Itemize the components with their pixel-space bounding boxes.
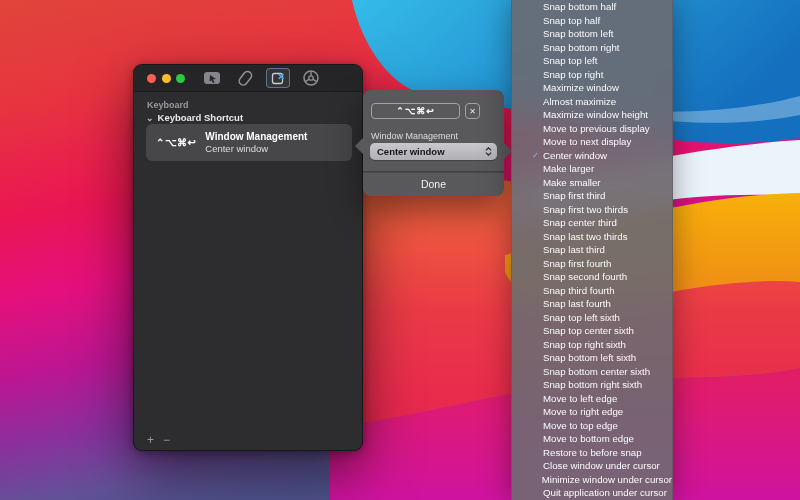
trackpad-tab-icon[interactable] — [200, 68, 224, 88]
menu-item-label: Snap bottom right — [543, 42, 619, 53]
menu-item-label: Snap top center sixth — [543, 325, 634, 336]
menu-item[interactable]: ✓Center window — [512, 149, 672, 163]
menu-item[interactable]: Move to top edge — [512, 419, 672, 433]
menu-item[interactable]: Make smaller — [512, 176, 672, 190]
menu-item-label: Restore to before snap — [543, 447, 642, 458]
menu-item-label: Snap top right — [543, 69, 603, 80]
menu-item-label: Move to right edge — [543, 406, 623, 417]
menu-item-label: Snap top left — [543, 55, 597, 66]
menu-item-label: Snap center third — [543, 217, 617, 228]
menu-item-label: Snap last fourth — [543, 298, 611, 309]
toolbar — [200, 65, 323, 91]
action-select[interactable]: Center window — [370, 143, 497, 160]
shortcut-row-texts: Window Management Center window — [205, 131, 307, 154]
controller-wheel-icon[interactable] — [299, 68, 323, 88]
remove-shortcut-button[interactable]: − — [163, 435, 170, 445]
menu-item-label: Maximize window — [543, 82, 619, 93]
titlebar[interactable] — [134, 65, 362, 92]
menu-item-label: Snap bottom right sixth — [543, 379, 642, 390]
menu-item[interactable]: Snap third fourth — [512, 284, 672, 298]
menu-item[interactable]: Snap top center sixth — [512, 324, 672, 338]
done-button[interactable]: Done — [363, 173, 504, 195]
menu-item[interactable]: Almost maximize — [512, 95, 672, 109]
menu-item[interactable]: Snap top left — [512, 54, 672, 68]
close-button[interactable] — [147, 74, 156, 83]
menu-item[interactable]: Maximize window — [512, 81, 672, 95]
zoom-button[interactable] — [176, 74, 185, 83]
menu-item-label: Snap top half — [543, 15, 600, 26]
checkmark-icon: ✓ — [532, 151, 541, 159]
menu-item[interactable]: Snap bottom left sixth — [512, 351, 672, 365]
menu-item[interactable]: Close window under cursor — [512, 459, 672, 473]
menu-item-label: Snap bottom half — [543, 1, 616, 12]
menu-item[interactable]: Snap center third — [512, 216, 672, 230]
shortcut-recorder-field[interactable]: ⌃⌥⌘↩ — [371, 103, 460, 119]
menu-item[interactable]: Snap first third — [512, 189, 672, 203]
mouse-tab-icon[interactable] — [233, 68, 257, 88]
group-keyboard-shortcut[interactable]: ⌄ Keyboard Shortcut — [146, 112, 243, 123]
shortcut-field-value: ⌃⌥⌘↩ — [396, 106, 434, 116]
menu-item[interactable]: Snap second fourth — [512, 270, 672, 284]
menu-item[interactable]: Snap last fourth — [512, 297, 672, 311]
chevron-down-icon: ⌄ — [146, 115, 154, 121]
menu-item[interactable]: Maximize window height — [512, 108, 672, 122]
add-shortcut-button[interactable]: + — [147, 435, 154, 445]
menu-item-label: Snap last two thirds — [543, 231, 628, 242]
menu-item[interactable]: Snap first fourth — [512, 257, 672, 271]
menu-item[interactable]: Restore to before snap — [512, 446, 672, 460]
menu-item[interactable]: Move to left edge — [512, 392, 672, 406]
keyboard-tab-icon[interactable] — [266, 68, 290, 88]
menu-item[interactable]: Snap top right sixth — [512, 338, 672, 352]
menu-item[interactable]: Snap bottom right sixth — [512, 378, 672, 392]
close-icon: ✕ — [469, 107, 476, 116]
menu-item[interactable]: Snap bottom center sixth — [512, 365, 672, 379]
menu-item-label: Snap top left sixth — [543, 312, 620, 323]
menu-item[interactable]: Snap top left sixth — [512, 311, 672, 325]
shortcut-row-title: Window Management — [205, 131, 307, 142]
menu-item-label: Snap top right sixth — [543, 339, 626, 350]
menu-item-label: Snap last third — [543, 244, 605, 255]
menu-item[interactable]: Snap top right — [512, 68, 672, 82]
menu-item[interactable]: Move to previous display — [512, 122, 672, 136]
menu-item-label: Move to previous display — [543, 123, 650, 134]
menu-item[interactable]: Snap bottom half — [512, 0, 672, 14]
menu-item[interactable]: Snap last two thirds — [512, 230, 672, 244]
minimize-button[interactable] — [162, 74, 171, 83]
menu-item-label: Snap first third — [543, 190, 605, 201]
shortcut-keys: ⌃⌥⌘↩ — [156, 137, 196, 148]
wallpaper — [0, 0, 800, 500]
menu-item[interactable]: Move to next display — [512, 135, 672, 149]
clear-shortcut-button[interactable]: ✕ — [465, 103, 480, 119]
menu-item[interactable]: Snap first two thirds — [512, 203, 672, 217]
section-label: Keyboard — [147, 100, 189, 110]
menu-item-label: Snap bottom left sixth — [543, 352, 636, 363]
menu-item[interactable]: Snap bottom left — [512, 27, 672, 41]
menu-item[interactable]: Make larger — [512, 162, 672, 176]
popover-field-label: Window Management — [371, 131, 458, 141]
menu-item-label: Snap third fourth — [543, 285, 615, 296]
menu-item[interactable]: Move to right edge — [512, 405, 672, 419]
menu-item-label: Move to next display — [543, 136, 631, 147]
shortcut-popover: ⌃⌥⌘↩ ✕ Window Management Center window D… — [363, 90, 504, 196]
menu-item-label: Minimize window under cursor — [542, 474, 672, 485]
stepper-chevrons-icon — [485, 147, 492, 156]
popover-arrow-left — [355, 138, 363, 154]
menu-item[interactable]: Quit application under cursor — [512, 486, 672, 500]
menu-item[interactable]: Snap bottom right — [512, 41, 672, 55]
menu-item-label: Almost maximize — [543, 96, 616, 107]
action-select-value: Center window — [377, 146, 485, 157]
menu-item[interactable]: Minimize window under cursor — [512, 473, 672, 487]
list-footer: + − — [147, 435, 170, 445]
group-label: Keyboard Shortcut — [158, 112, 244, 123]
shortcut-row-subtitle: Center window — [205, 143, 307, 154]
menu-item-label: Snap bottom left — [543, 28, 614, 39]
menu-item-label: Snap first two thirds — [543, 204, 628, 215]
desktop: Keyboard ⌄ Keyboard Shortcut ⌃⌥⌘↩ Window… — [0, 0, 800, 500]
action-menu: Snap bottom halfSnap top halfSnap bottom… — [511, 0, 673, 500]
menu-item-label: Maximize window height — [543, 109, 648, 120]
menu-item[interactable]: Snap top half — [512, 14, 672, 28]
menu-item-label: Move to bottom edge — [543, 433, 634, 444]
menu-item[interactable]: Snap last third — [512, 243, 672, 257]
menu-item[interactable]: Move to bottom edge — [512, 432, 672, 446]
shortcut-row[interactable]: ⌃⌥⌘↩ Window Management Center window — [146, 124, 352, 161]
